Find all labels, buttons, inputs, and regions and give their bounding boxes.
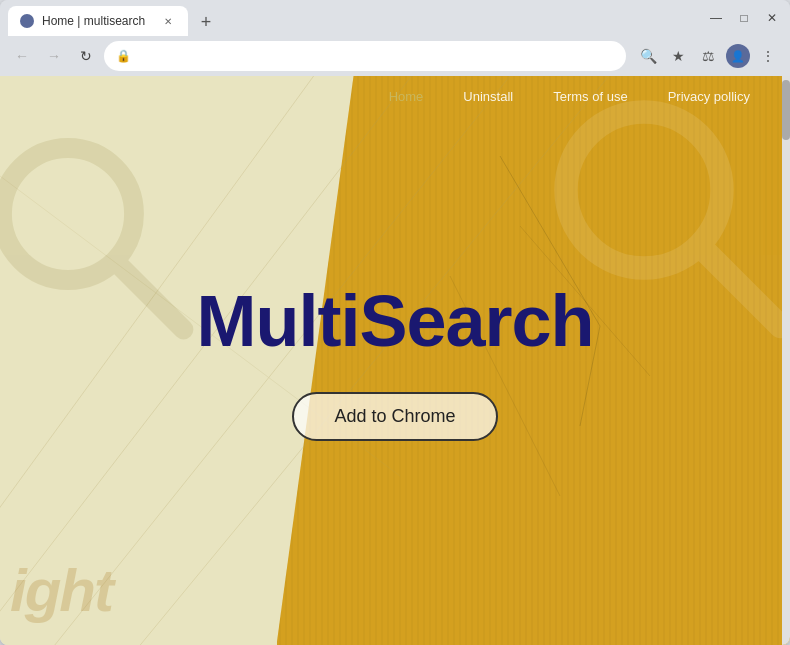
website: ight Home Uninstall Terms of use Privacy…: [0, 76, 790, 645]
brand-part1: Multi: [196, 281, 359, 361]
tab-close-button[interactable]: ✕: [160, 13, 176, 29]
tab-bar: Home | multisearch ✕ +: [8, 0, 698, 36]
tab-title: Home | multisearch: [42, 14, 152, 28]
viewport: ight Home Uninstall Terms of use Privacy…: [0, 76, 790, 645]
toolbar-icons: 🔍 ★ ⚖ 👤 ⋮: [634, 42, 782, 70]
back-button[interactable]: ←: [8, 42, 36, 70]
window-controls: — □ ✕: [706, 8, 782, 28]
new-tab-button[interactable]: +: [192, 8, 220, 36]
nav-home[interactable]: Home: [389, 89, 424, 104]
browser-frame: Home | multisearch ✕ + — □ ✕ ← → ↻ 🔒 🔍 ★…: [0, 0, 790, 645]
menu-button[interactable]: ⋮: [754, 42, 782, 70]
site-nav: Home Uninstall Terms of use Privacy poll…: [0, 76, 790, 116]
search-toolbar-icon[interactable]: 🔍: [634, 42, 662, 70]
address-bar-row: ← → ↻ 🔒 🔍 ★ ⚖ 👤 ⋮: [0, 36, 790, 76]
profile-button[interactable]: 👤: [724, 42, 752, 70]
brand-title: MultiSearch: [196, 280, 593, 362]
lock-icon: 🔒: [116, 49, 131, 63]
profile-avatar: 👤: [726, 44, 750, 68]
extensions-icon[interactable]: ⚖: [694, 42, 722, 70]
scrollbar[interactable]: [782, 76, 790, 645]
nav-uninstall[interactable]: Uninstall: [463, 89, 513, 104]
close-button[interactable]: ✕: [762, 8, 782, 28]
nav-terms[interactable]: Terms of use: [553, 89, 627, 104]
address-bar[interactable]: 🔒: [104, 41, 626, 71]
main-content: MultiSearch Add to Chrome: [0, 76, 790, 645]
reload-button[interactable]: ↻: [72, 42, 100, 70]
add-to-chrome-button[interactable]: Add to Chrome: [292, 392, 497, 441]
active-tab[interactable]: Home | multisearch ✕: [8, 6, 188, 36]
bookmark-icon[interactable]: ★: [664, 42, 692, 70]
scrollbar-thumb[interactable]: [782, 80, 790, 140]
maximize-button[interactable]: □: [734, 8, 754, 28]
nav-privacy[interactable]: Privacy pollicy: [668, 89, 750, 104]
minimize-button[interactable]: —: [706, 8, 726, 28]
title-bar: Home | multisearch ✕ + — □ ✕: [0, 0, 790, 36]
forward-button[interactable]: →: [40, 42, 68, 70]
brand-part2: Search: [359, 281, 593, 361]
tab-favicon: [20, 14, 34, 28]
